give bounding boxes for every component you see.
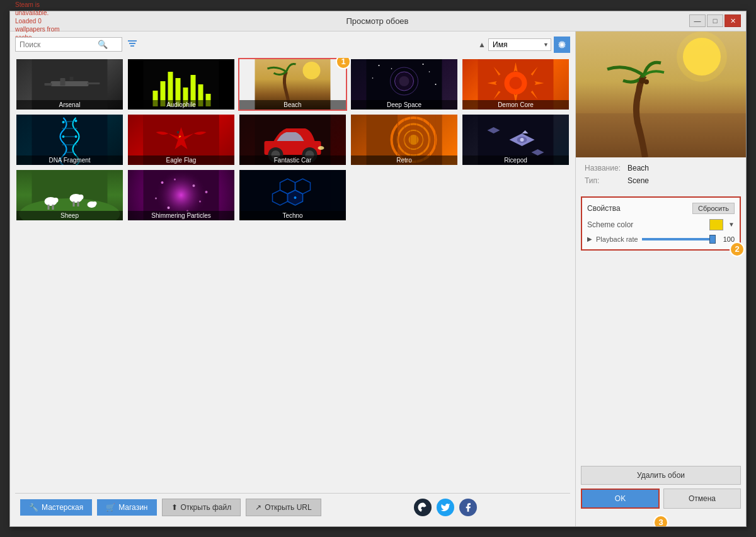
svg-point-95 (199, 200, 201, 202)
preview-art (576, 31, 746, 157)
sort-select[interactable]: Имя Дата Рейтинг (488, 38, 551, 51)
delete-button[interactable]: Удалить обои (581, 466, 741, 485)
svg-rect-6 (45, 83, 52, 86)
wallpaper-dnafragment[interactable]: DNA Fragment (15, 113, 124, 166)
svg-point-92 (161, 181, 164, 184)
svg-point-41 (510, 77, 522, 89)
wallpaper-deepspace[interactable]: Deep Space (350, 58, 459, 111)
wallpaper-sheep[interactable]: Sheep (15, 169, 124, 222)
upload-icon: ⬆ (171, 503, 178, 512)
name-label: Название: (585, 164, 622, 172)
demoncore-label: Demon Core (462, 100, 569, 110)
svg-point-26 (391, 68, 392, 69)
workshop-button[interactable]: 🔧 Мастерская (20, 499, 92, 516)
reset-button[interactable]: Сбросить (692, 203, 735, 214)
playback-label: Playback rate (596, 235, 638, 243)
properties-box: Свойства Сбросить Scheme color ▼ ▶ Playb… (581, 196, 741, 251)
svg-point-50 (62, 135, 65, 138)
svg-point-61 (318, 146, 324, 150)
svg-rect-5 (51, 81, 89, 86)
name-value: Beach (627, 164, 649, 172)
shimmering-label: Shimmering Particles (128, 211, 234, 220)
dnafragment-label: DNA Fragment (16, 155, 123, 165)
search-icon: 🔍 (98, 40, 108, 49)
svg-point-67 (409, 135, 419, 145)
wallpaper-beach[interactable]: Beach 1 (238, 58, 347, 111)
svg-point-99 (205, 191, 208, 193)
svg-point-94 (193, 184, 195, 187)
wallpaper-fantasticcar[interactable]: Fantastic Car (238, 113, 347, 166)
svg-point-48 (62, 121, 65, 123)
svg-point-29 (372, 77, 374, 79)
play-arrow-icon: ▶ (587, 235, 592, 242)
svg-point-30 (435, 84, 437, 85)
minimize-button[interactable]: — (689, 14, 706, 27)
sort-arrow-icon: ▲ (478, 40, 486, 49)
wallpaper-arsenal[interactable]: Arsenal (15, 58, 124, 111)
gear-icon (558, 40, 566, 49)
open-file-button[interactable]: ⬆ Открыть файл (162, 499, 241, 516)
scheme-color-row: Scheme color ▼ (587, 219, 735, 230)
maximize-button[interactable]: □ (707, 14, 723, 27)
beach-label: Beach (239, 100, 346, 110)
cancel-button[interactable]: Отмена (663, 489, 741, 509)
retro-label: Retro (351, 155, 457, 165)
svg-point-51 (75, 135, 77, 138)
eagleflag-label: Eagle Flag (128, 155, 234, 165)
twitter-icon[interactable] (437, 499, 454, 516)
slider-fill (642, 238, 716, 240)
toolbar: 🔍 ▲ Имя Дата Рейтинг (15, 37, 570, 53)
filter-icon[interactable] (127, 39, 137, 50)
color-swatch[interactable] (709, 219, 723, 230)
ok-cancel-row: OK Отмена 3 (581, 489, 741, 521)
svg-point-20 (303, 62, 321, 79)
window-title: Просмотр обоев (66, 16, 689, 26)
badge-3: 3 (653, 515, 668, 526)
svg-point-24 (399, 76, 410, 86)
search-input[interactable] (20, 40, 95, 49)
scheme-color-label: Scheme color (587, 220, 704, 229)
cart-icon: 🛒 (106, 503, 115, 512)
svg-rect-111 (576, 113, 746, 157)
ricepod-label: Ricepod (462, 155, 569, 165)
wallpaper-shimmering[interactable]: Shimmering Particles (127, 169, 236, 222)
badge-2: 2 (730, 242, 745, 257)
slider-thumb (709, 235, 716, 244)
sheep-label: Sheep (16, 211, 123, 220)
svg-rect-85 (73, 201, 75, 206)
close-button[interactable]: ✕ (724, 14, 741, 27)
svg-rect-7 (88, 82, 100, 84)
svg-point-25 (379, 65, 380, 66)
social-icons (414, 499, 477, 516)
prop-header: Свойства Сбросить (587, 203, 735, 214)
svg-rect-82 (52, 205, 54, 210)
svg-rect-9 (70, 77, 74, 81)
steam-icon[interactable] (414, 499, 432, 516)
wallpaper-ricepod[interactable]: Ricepod (461, 113, 570, 166)
shop-button[interactable]: 🛒 Магазин (97, 499, 156, 516)
facebook-icon[interactable] (459, 499, 477, 516)
main-window: Steam is unavailable. Loaded 0 wallpaper… (9, 11, 747, 527)
wallpaper-eagleflag[interactable]: Eagle Flag (127, 113, 236, 166)
error-line1: Steam is unavailable. (15, 1, 66, 17)
bottom-bar: 🔧 Мастерская 🛒 Магазин ⬆ Открыть файл ↗ … (15, 493, 570, 521)
svg-point-83 (54, 198, 59, 203)
svg-rect-81 (48, 205, 50, 210)
wallpaper-techno[interactable]: Techno (238, 169, 347, 222)
ok-button[interactable]: OK (581, 489, 660, 509)
name-row: Название: Beach (585, 164, 737, 172)
wallpaper-retro[interactable]: Retro (350, 113, 459, 166)
preview-image (576, 31, 746, 157)
sort-dropdown: ▲ Имя Дата Рейтинг (478, 37, 570, 53)
svg-rect-8 (60, 78, 66, 86)
right-bottom: Удалить обои OK Отмена 3 (576, 461, 746, 526)
color-dropdown-arrow[interactable]: ▼ (728, 221, 735, 228)
open-url-button[interactable]: ↗ Открыть URL (246, 499, 321, 516)
settings-button[interactable] (554, 37, 570, 53)
svg-point-98 (155, 197, 157, 199)
window-controls: — □ ✕ (689, 14, 741, 27)
wallpaper-audiophile[interactable]: Audiophile (127, 58, 236, 111)
wallpaper-demoncore[interactable]: Demon Core (461, 58, 570, 111)
playback-slider[interactable] (642, 238, 716, 240)
properties-title: Свойства (587, 204, 621, 213)
